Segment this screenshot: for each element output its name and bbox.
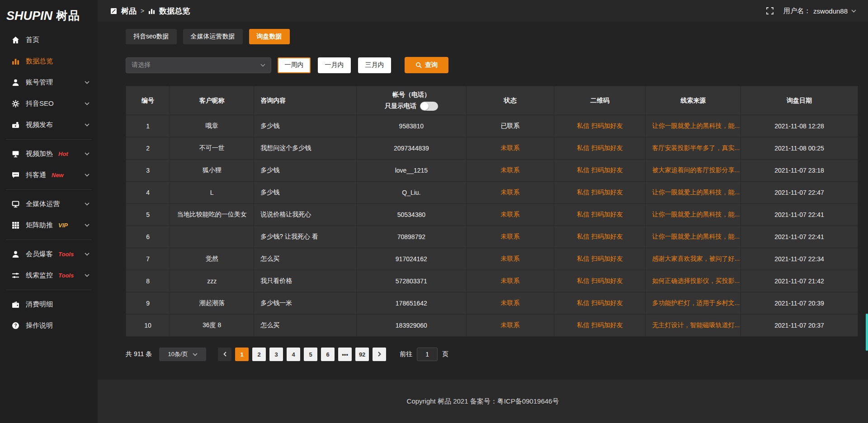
svg-text:?: ? xyxy=(14,323,17,328)
sidebar-item-label: 线索监控 xyxy=(26,271,53,280)
sidebar-item-account-mgmt[interactable]: 账号管理 xyxy=(0,72,98,93)
qrcode-link[interactable]: 私信 扫码加好友 xyxy=(554,182,646,204)
cell-date: 2021-11-08 12:28 xyxy=(741,115,858,137)
status-cell: 未联系 xyxy=(466,248,554,270)
sidebar-item-doukentong[interactable]: 抖客通 New xyxy=(0,164,98,186)
cell-content: 我只看价格 xyxy=(254,270,357,292)
cell-account: 572803371 xyxy=(356,270,466,292)
cell-account: 9583810 xyxy=(356,115,466,137)
source-link[interactable]: 多功能护栏灯，适用于乡村文... xyxy=(646,292,741,315)
col-status: 状态 xyxy=(466,86,554,115)
qrcode-link[interactable]: 私信 扫码加好友 xyxy=(554,226,646,248)
source-link[interactable]: 被大家追着问的客厅投影分享... xyxy=(646,160,741,182)
cell-nickname: 不可一世 xyxy=(170,137,254,160)
sidebar-item-label: 首页 xyxy=(26,36,39,44)
footer: Copyright 树品 2021 备案号：粤ICP备09019646号 xyxy=(98,380,868,423)
qrcode-link[interactable]: 私信 扫码加好友 xyxy=(554,248,646,270)
sidebar-item-data-overview[interactable]: 数据总览 xyxy=(0,51,98,72)
sidebar-item-label: 全媒体运营 xyxy=(26,200,60,208)
table-row: 2 不可一世 我想问这个多少钱 2097344839 未联系 私信 扫码加好友 … xyxy=(126,137,858,160)
home-icon xyxy=(12,36,19,44)
source-link[interactable]: 让你一眼就爱上的黑科技，能... xyxy=(646,204,741,226)
chevron-down-icon xyxy=(85,81,90,84)
page-button-2[interactable]: 2 xyxy=(252,348,266,361)
tab-omni-media-data[interactable]: 全媒体运营数据 xyxy=(183,29,243,44)
cell-id: 2 xyxy=(126,137,170,160)
table-header-row: 编号 客户昵称 咨询内容 帐号（电话） 只显示电话 xyxy=(126,86,858,115)
qrcode-link[interactable]: 私信 扫码加好友 xyxy=(554,115,646,137)
page-button-1[interactable]: 1 xyxy=(235,348,249,361)
table-row: 5 当地比较能吃的一位美女 说说价格让我死心 50534380 未联系 私信 扫… xyxy=(126,204,858,226)
query-button[interactable]: 查询 xyxy=(405,57,448,73)
source-link[interactable]: 客厅安装投影半年多了，真实... xyxy=(646,137,741,160)
goto-label: 前往 xyxy=(400,350,412,358)
cell-date: 2021-11-07 21:42 xyxy=(741,270,858,292)
app-icon xyxy=(110,8,117,14)
logo[interactable]: SHUPIN 树品 xyxy=(0,5,98,29)
range-button-month[interactable]: 一月内 xyxy=(318,57,351,73)
sidebar-item-douyin-seo[interactable]: 抖音SEO xyxy=(0,93,98,114)
range-button-quarter[interactable]: 三月内 xyxy=(358,57,391,73)
sidebar-item-video-publish[interactable]: 视频发布 xyxy=(0,114,98,136)
cell-id: 9 xyxy=(126,292,170,315)
qrcode-link[interactable]: 私信 扫码加好友 xyxy=(554,204,646,226)
logo-text-cn: 树品 xyxy=(56,8,80,23)
cell-nickname: 潮起潮落 xyxy=(170,292,254,315)
sidebar-item-matrix-boost[interactable]: 矩阵助推 VIP xyxy=(0,215,98,236)
sidebar-item-member-baoke[interactable]: 会员爆客 Tools xyxy=(0,244,98,265)
qrcode-link[interactable]: 私信 扫码加好友 xyxy=(554,315,646,337)
tab-inquiry-data[interactable]: 询盘数据 xyxy=(249,29,290,44)
sidebar-item-help[interactable]: ? 操作说明 xyxy=(0,315,98,336)
phone-only-toggle[interactable] xyxy=(420,102,438,111)
fullscreen-icon[interactable] xyxy=(766,7,774,14)
sidebar-divider xyxy=(6,139,91,140)
cell-id: 7 xyxy=(126,248,170,270)
sidebar-item-home[interactable]: 首页 xyxy=(0,29,98,51)
source-link[interactable]: 让你一眼就爱上的黑科技，能... xyxy=(646,226,741,248)
source-link[interactable]: 让你一眼就爱上的黑科技，能... xyxy=(646,115,741,137)
qrcode-link[interactable]: 私信 扫码加好友 xyxy=(554,160,646,182)
account-select[interactable]: 请选择 xyxy=(126,57,271,73)
new-badge: New xyxy=(52,172,64,179)
qrcode-link[interactable]: 私信 扫码加好友 xyxy=(554,137,646,160)
sidebar-item-label: 视频加热 xyxy=(26,150,53,158)
cell-date: 2021-11-07 20:39 xyxy=(741,292,858,315)
cell-nickname: 36度 8 xyxy=(170,315,254,337)
vip-badge: VIP xyxy=(58,222,68,229)
page-button-5[interactable]: 5 xyxy=(304,348,317,361)
status-cell: 未联系 xyxy=(466,160,554,182)
cell-id: 6 xyxy=(126,226,170,248)
page-button-6[interactable]: 6 xyxy=(321,348,335,361)
prev-page-button[interactable] xyxy=(218,348,231,361)
pagination: 共 911 条 10条/页 1 2 3 4 5 6 ••• 92 xyxy=(126,348,858,361)
breadcrumb-root[interactable]: 树品 xyxy=(121,6,137,16)
goto-page-input[interactable] xyxy=(417,348,438,361)
source-link[interactable]: 无主灯设计，智能磁吸轨道灯... xyxy=(646,315,741,337)
sidebar-item-omni-media[interactable]: 全媒体运营 xyxy=(0,193,98,215)
page-button-4[interactable]: 4 xyxy=(287,348,300,361)
next-page-button[interactable] xyxy=(373,348,386,361)
qrcode-link[interactable]: 私信 扫码加好友 xyxy=(554,292,646,315)
gear-icon xyxy=(12,100,19,108)
sidebar-item-lead-monitor[interactable]: 线索监控 Tools xyxy=(0,265,98,286)
cell-content: 我想问这个多少钱 xyxy=(254,137,357,160)
cell-nickname: L xyxy=(170,182,254,204)
sidebar-item-expense-detail[interactable]: 消费明细 xyxy=(0,294,98,315)
sidebar-item-video-heat[interactable]: 视频加热 Hot xyxy=(0,143,98,164)
source-link[interactable]: 如何正确选择投影仪，买投影... xyxy=(646,270,741,292)
range-button-week[interactable]: 一周内 xyxy=(278,57,311,73)
tab-douyin-seo-data[interactable]: 抖音seo数据 xyxy=(126,29,177,44)
source-link[interactable]: 让你一眼就爱上的黑科技，能... xyxy=(646,182,741,204)
page-button-3[interactable]: 3 xyxy=(269,348,283,361)
table-row: 9 潮起潮落 多少钱一米 178651642 未联系 私信 扫码加好友 多功能护… xyxy=(126,292,858,315)
page-size-select[interactable]: 10条/页 xyxy=(159,348,206,361)
source-link[interactable]: 感谢大家喜欢我家，被问了好... xyxy=(646,248,741,270)
sliders-icon xyxy=(12,272,19,279)
user-menu[interactable]: 用户名： zswodun88 xyxy=(783,7,856,15)
qrcode-link[interactable]: 私信 扫码加好友 xyxy=(554,270,646,292)
user-star-icon xyxy=(12,250,19,258)
user-icon xyxy=(12,79,19,86)
page-ellipsis-button[interactable]: ••• xyxy=(338,348,352,361)
scrollbar-thumb[interactable] xyxy=(866,314,868,351)
page-button-92[interactable]: 92 xyxy=(355,348,369,361)
